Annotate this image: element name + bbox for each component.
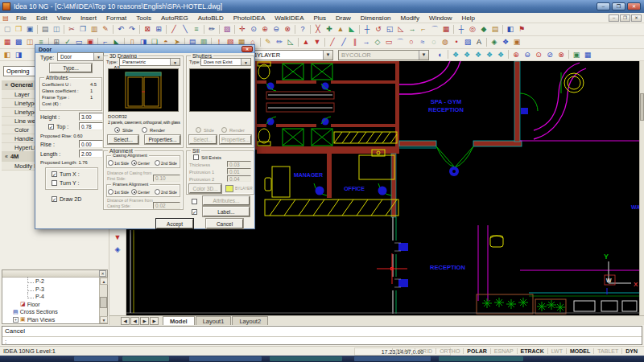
zoom-window-2-icon[interactable]: ⊙ [533,50,544,60]
minimize-icon[interactable]: – [597,2,610,10]
frames-1st-side-radio[interactable] [108,189,114,195]
mdi-close-icon[interactable]: ✕ [631,14,642,22]
paste-icon[interactable]: ▥ [89,24,100,35]
slide-radio[interactable] [114,127,120,133]
triangle-down-icon[interactable]: ▼ [312,37,323,47]
polygon-icon[interactable]: ◇ [372,37,383,47]
menu-item-photoidea[interactable]: PhotoIDEA [229,14,270,22]
polyline-icon[interactable]: ╱ [338,37,349,47]
shutters-slide-radio[interactable] [196,127,201,133]
pencil-yellow-icon[interactable]: ✎ [262,37,274,47]
flag-icon[interactable]: ⚑ [516,24,527,35]
taskbar-item[interactable] [189,356,262,361]
cancel-button[interactable]: Cancel [206,219,243,228]
raster-image-icon[interactable]: ▣ [511,37,522,47]
room-label-manager[interactable]: MANAGER [294,172,323,178]
revision-cloud-icon[interactable]: ◍ [440,37,451,47]
menu-item-plus[interactable]: Plus [309,14,332,22]
settings-icon[interactable]: ▦ [582,50,593,60]
scrollbar-thumb[interactable] [100,297,107,308]
layer-manager-icon[interactable]: ◧ [2,50,13,60]
tree-scrollbar[interactable]: ▲ ▼ [99,278,107,323]
zoom-out-icon[interactable]: ⊖ [522,50,533,60]
protrusion2-field[interactable]: 0.04 [227,175,251,182]
properties-icon[interactable]: ▨ [221,24,233,35]
last-layout-icon[interactable]: ▶ [150,317,159,325]
scroll-up-icon[interactable]: ▲ [100,278,108,285]
shutters-properties-button[interactable]: Properties... [220,135,251,144]
planters[interactable] [477,293,639,314]
menu-item-autoreg[interactable]: AutoREG [156,14,193,22]
window-titlebar[interactable]: Idea 10 NG - [C:\4M\IDEA\Top 10 reasons\… [0,0,644,13]
rectangle-icon[interactable]: ▭ [383,37,394,47]
open-folder-icon[interactable]: ❒ [13,24,24,35]
status-toggle-snap[interactable]: SNAP [392,348,415,354]
frames-distance-field[interactable]: 0.02 [153,202,180,209]
tab-layout1[interactable]: Layout1 [196,316,232,325]
select-button[interactable]: Select... [108,135,138,144]
print-icon[interactable]: ▤ [39,24,51,35]
top-field[interactable]: 0.78 [79,122,103,130]
point-icon[interactable]: • [451,37,462,47]
render-radio[interactable] [142,127,147,133]
ucs-icon[interactable]: ┼ [456,24,467,35]
pan-icon[interactable]: ✛ [237,24,248,35]
tree-item-floor[interactable]: ◪Floor [2,301,107,309]
room-label-spa-gym-2[interactable]: RECEPTION [428,106,464,113]
first-layout-icon[interactable]: ◀ [121,317,130,325]
insert-xref-icon[interactable]: ⊠ [142,24,153,35]
chevron-down-icon[interactable]: ▼ [323,51,332,60]
accept-button[interactable]: Accept [156,219,193,228]
print-preview-icon[interactable]: ◫ [51,24,62,35]
height-field[interactable]: 3.00 [79,113,103,121]
insert-image-icon[interactable]: ⊞ [153,24,164,35]
taskbar-item[interactable] [354,356,431,361]
turn-y-checkbox[interactable] [52,180,57,186]
rotate-icon[interactable]: ↺ [373,24,384,35]
color-swatch[interactable] [225,185,233,192]
osnap-endpoint-icon[interactable]: ❖ [450,50,461,60]
tree-item-cross-sections[interactable]: ▤Cross Sections [2,308,107,316]
zoom-previous-icon[interactable]: ⊖ [270,24,282,35]
casing-distance-field[interactable]: 0.10 [153,175,180,182]
frames-2nd-side-radio[interactable] [155,189,160,195]
menu-item-insert[interactable]: Insert [76,14,101,22]
wall-icon[interactable]: ▦ [2,37,13,47]
menu-item-autobld[interactable]: AutoBLD [193,14,229,22]
triangle-up-icon[interactable]: ▲ [300,37,312,47]
trim-icon[interactable]: ◺ [395,24,407,35]
status-toggle-esnap[interactable]: ESNAP [490,348,517,354]
make-block-icon[interactable]: ❖ [500,37,511,47]
draw-line-icon[interactable]: ╱ [168,24,180,35]
scroll-down-icon[interactable]: ▼ [100,316,108,323]
shutters-select-button[interactable]: Select... [189,135,217,144]
status-toggle-ortho[interactable]: ORTHO [436,348,463,354]
door-symbols-bathroom[interactable] [266,83,331,125]
status-toggle-polar[interactable]: POLAR [463,348,490,354]
stairs-hatch[interactable] [265,200,398,216]
protrusion1-field[interactable]: 0.01 [227,168,251,175]
menu-item-dimension[interactable]: Dimension [356,14,396,22]
room-label-office[interactable]: OFFICE [344,186,365,191]
collapse-icon[interactable]: « [5,154,8,159]
chamfer-icon[interactable]: ⌐ [418,24,429,35]
door-dialog[interactable]: Door ✕ Type: Door▼ Type... All Attribute… [35,44,255,229]
type-button[interactable]: Type... [50,64,92,72]
zoom-extents-icon[interactable]: ⊗ [282,24,293,35]
tree-item-p-2[interactable]: P-2 [2,278,107,286]
color-3d-button[interactable]: Color 3D... [189,184,221,193]
arc-icon[interactable]: ⌒ [394,37,406,47]
mdi-restore-icon[interactable]: ❐ [620,14,630,22]
v-block-2-icon[interactable]: ◈ [112,244,123,256]
color-combo[interactable]: BYCOLOR ▼ [338,50,429,60]
curved-walls[interactable] [399,61,586,139]
menu-item-file[interactable]: File [11,14,31,22]
sketch-icon[interactable]: ✏ [206,24,217,35]
os-taskbar[interactable] [0,356,644,362]
tab-layout2[interactable]: Layout2 [232,316,268,325]
taskbar-item[interactable] [270,356,342,361]
menu-item-edit[interactable]: Edit [31,14,52,22]
reception-chair[interactable] [490,236,503,247]
frames-center-radio[interactable] [131,189,137,195]
walls-bathroom[interactable] [254,61,399,150]
